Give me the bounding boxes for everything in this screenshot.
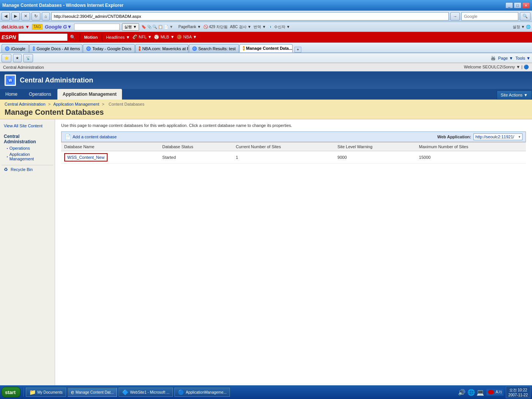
sidebar: View All Site Content CentralAdministrat… bbox=[0, 119, 55, 388]
cell-site-warning: 9000 bbox=[334, 151, 416, 164]
refresh-button[interactable]: ↻ bbox=[32, 12, 40, 21]
tab-igoogle[interactable]: G iGoogle bbox=[2, 44, 29, 52]
tab-close-docs[interactable]: ✕ bbox=[81, 46, 82, 51]
mlb-btn[interactable]: ⚾ MLB ▼ bbox=[154, 35, 174, 40]
col-db-status: Database Status bbox=[159, 142, 233, 151]
tab-search[interactable]: G Search Results: test bbox=[189, 44, 239, 52]
titlebar: Manage Content Databases - Windows Inter… bbox=[0, 0, 532, 11]
lang-label: A가 bbox=[496, 390, 502, 395]
new-tab-button[interactable]: + bbox=[294, 47, 301, 52]
toolbar-icons: 🔖 📎 🔍 📋 📄 ▼ bbox=[141, 25, 173, 29]
language-indicator: A가 bbox=[486, 389, 504, 396]
tab-icon-manage: e bbox=[243, 46, 244, 51]
start-button[interactable]: start bbox=[2, 387, 21, 397]
vs-icon: 🔷 bbox=[122, 389, 128, 395]
sidebar-item-operations[interactable]: Operations bbox=[2, 145, 53, 151]
tab-icon-today: G bbox=[86, 46, 91, 51]
maximize-button[interactable]: □ bbox=[514, 2, 521, 8]
page-btn[interactable]: Page ▼ bbox=[498, 56, 513, 60]
settings-label: 설정 ▼ 🌐 bbox=[513, 24, 530, 30]
mail-label: 📧 수신자 ▼ bbox=[268, 24, 290, 30]
back-button[interactable]: ◀ bbox=[2, 12, 10, 21]
content-db-table: Database Name Database Status Current Nu… bbox=[61, 142, 526, 164]
search-button[interactable]: 🔍 bbox=[520, 12, 530, 21]
breadcrumb-link-appmgmt[interactable]: Application Management bbox=[53, 102, 99, 106]
go-button[interactable]: → bbox=[450, 12, 460, 21]
sidebar-item-app-mgmt[interactable]: Application Management bbox=[2, 151, 53, 162]
web-app-dropdown[interactable]: http://seoulc2:11921/ bbox=[473, 133, 522, 140]
google-search-input[interactable] bbox=[74, 24, 120, 30]
web-app-selector: Web Application: http://seoulc2:11921/ bbox=[437, 133, 522, 140]
add-favorites-btn[interactable]: ⭐ bbox=[2, 54, 11, 62]
forward-button[interactable]: ▶ bbox=[11, 12, 20, 21]
window-controls: _ □ ✕ bbox=[505, 2, 530, 8]
home-button[interactable]: ⌂ bbox=[42, 12, 50, 21]
window-title: Manage Content Databases - Windows Inter… bbox=[2, 3, 124, 8]
address-input[interactable] bbox=[51, 12, 449, 21]
sp-logo: W bbox=[5, 74, 16, 86]
headlines-btn[interactable]: Headlines ▼ bbox=[106, 35, 130, 40]
col-max-sites: Maximum Number of Sites bbox=[416, 142, 526, 151]
clock-date: 2007-11-22 bbox=[508, 393, 528, 397]
tab-icon-docs: G bbox=[33, 46, 35, 51]
print-btn[interactable]: 🖨️ bbox=[491, 55, 496, 60]
tools-btn[interactable]: Tools ▼ bbox=[515, 56, 530, 60]
taskbar-item-3[interactable]: 🔵 ApplicationManageme... bbox=[174, 388, 230, 397]
nav-app-mgmt[interactable]: Application Management bbox=[57, 89, 122, 100]
tab-manage-content[interactable]: e Manage Content Data... ✕ bbox=[239, 44, 293, 52]
google-search-btn[interactable]: 실행 ▼ bbox=[122, 23, 139, 31]
pagerank-label: PageRank ▼ bbox=[179, 25, 201, 29]
tab-icon-search: G bbox=[192, 46, 197, 51]
nfl-btn[interactable]: 🏈 NFL ▼ bbox=[132, 35, 152, 40]
sp-body: View All Site Content CentralAdministrat… bbox=[0, 119, 532, 388]
ie-icon: e bbox=[71, 389, 74, 395]
tab-today-docs[interactable]: G Today - Google Docs bbox=[83, 44, 135, 52]
ie-toolbar: ⭐ ★ 📡 🖨️ Page ▼ Tools ▼ bbox=[0, 53, 532, 63]
favorites-bar: del.icio.us ▼ TAG Google G▼ 실행 ▼ 🔖 📎 🔍 📋… bbox=[0, 22, 532, 32]
db-name-link[interactable]: WSS_Content_New bbox=[64, 153, 108, 162]
rss-btn[interactable]: 📡 bbox=[23, 54, 33, 62]
col-db-name: Database Name bbox=[61, 142, 159, 151]
espn-search-btn[interactable]: 🔍 bbox=[70, 35, 76, 40]
tab-google-docs[interactable]: G Google Docs - All items ✕ bbox=[29, 44, 82, 52]
stop-button[interactable]: ✕ bbox=[21, 12, 30, 21]
minimize-button[interactable]: _ bbox=[505, 2, 513, 8]
taskbar-item-2[interactable]: 🔷 WebSite1 - Microsoft ... bbox=[119, 388, 173, 397]
site-actions-button[interactable]: Site Actions ▼ bbox=[497, 90, 532, 100]
nba-btn[interactable]: 🏀 NBA ▼ bbox=[177, 35, 197, 40]
sp-page-title: Central Administration bbox=[20, 76, 93, 84]
taskbar-item-0[interactable]: 📁 My Documents bbox=[26, 388, 66, 397]
espn-search-input[interactable] bbox=[18, 33, 68, 41]
add-content-db-link[interactable]: 📄 Add a content database bbox=[65, 134, 117, 140]
ie-toolbar-left: ⭐ ★ 📡 bbox=[2, 54, 33, 62]
motion-logo[interactable]: Motion bbox=[84, 35, 98, 40]
ie-toolbar-right: 🖨️ Page ▼ Tools ▼ bbox=[491, 55, 530, 60]
sp-header: W Central Administration bbox=[0, 71, 532, 89]
tab-nba[interactable]: N NBA.com: Mavericks at R... bbox=[135, 44, 188, 52]
taskbar-item-1[interactable]: e Manage Content Dat... bbox=[68, 388, 117, 397]
search-input[interactable] bbox=[461, 12, 518, 21]
sp-status-bar: Central Administration Welcome SEOULC2\S… bbox=[0, 63, 532, 71]
col-current-sites: Current Number of Sites bbox=[233, 142, 335, 151]
nav-home[interactable]: Home bbox=[0, 89, 23, 100]
close-button[interactable]: ✕ bbox=[522, 2, 530, 8]
cell-max-sites: 15000 bbox=[416, 151, 526, 164]
sp-icon: W bbox=[6, 76, 15, 85]
breadcrumb-link-central[interactable]: Central Administration bbox=[5, 102, 46, 106]
block-count: 🚫 429 차단됨 bbox=[203, 24, 228, 30]
nav-operations[interactable]: Operations bbox=[24, 89, 57, 100]
sidebar-recycle-bin[interactable]: ♻ Recycle Bin bbox=[2, 165, 53, 174]
browser-window: Manage Content Databases - Windows Inter… bbox=[0, 0, 532, 397]
taskbar-divider bbox=[23, 388, 24, 397]
sidebar-view-all-content[interactable]: View All Site Content bbox=[2, 122, 53, 129]
breadcrumb-sep-2: > bbox=[102, 102, 105, 106]
tabs-bar: G iGoogle G Google Docs - All items ✕ G … bbox=[0, 43, 532, 53]
cell-db-name: WSS_Content_New bbox=[61, 151, 159, 164]
translate-label: 번역 ▼ bbox=[253, 24, 266, 30]
view-favorites-btn[interactable]: ★ bbox=[13, 54, 22, 62]
clock-time: 오전 10:22 bbox=[508, 388, 528, 393]
add-icon: 📄 bbox=[65, 134, 71, 140]
tab-icon-igoogle: G bbox=[5, 46, 10, 51]
taskbar: start 📁 My Documents e Manage Content Da… bbox=[0, 385, 532, 399]
sp-nav: Home Operations Application Management S… bbox=[0, 89, 532, 100]
